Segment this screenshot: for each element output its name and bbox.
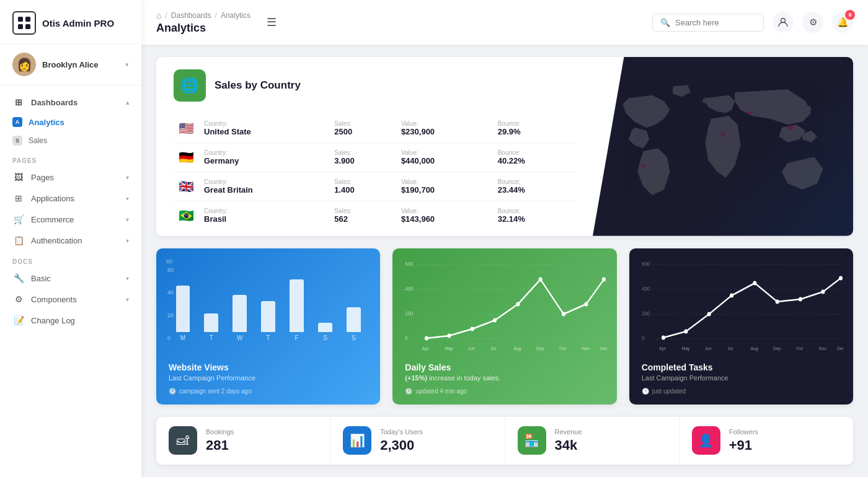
completed-tasks-card: 600 400 200 0 — [629, 248, 853, 405]
search-icon: 🔍 — [660, 18, 670, 27]
sidebar-item-applications[interactable]: ⊞ Applications ▾ — [0, 188, 141, 209]
bar-group: T — [200, 313, 223, 341]
pages-section-label: PAGES — [0, 150, 141, 167]
svg-point-49 — [799, 297, 802, 301]
svg-text:May: May — [681, 345, 689, 351]
logo-area: Otis Admin PRO — [0, 0, 141, 44]
home-icon[interactable]: ⌂ — [156, 11, 161, 20]
bar-label: S — [352, 335, 356, 341]
sidebar-item-changelog[interactable]: 📝 Change Log — [0, 310, 141, 331]
website-views-card: 60 6040200MTWTFSS Website Views Last Cam… — [156, 248, 380, 405]
breadcrumb-dashboards[interactable]: Dashboards — [171, 11, 211, 20]
svg-text:Apr: Apr — [422, 345, 429, 351]
avatar: 👩 — [12, 53, 36, 76]
svg-point-21 — [516, 302, 520, 306]
bar — [290, 279, 304, 332]
country-table: 🇺🇸 Country: United State Sales: 2500 Val… — [174, 114, 575, 230]
stat-label: Bookings — [206, 428, 234, 435]
bar — [176, 286, 190, 332]
stat-item: 🏪 Revenue 34k — [505, 417, 680, 465]
svg-text:Oct: Oct — [796, 345, 804, 351]
basic-label: Basic — [31, 274, 120, 283]
sidebar: Otis Admin PRO 👩 Brooklyn Alice ▾ ⊞ Dash… — [0, 0, 141, 477]
website-views-info: Website Views Last Campaign Performance … — [156, 354, 380, 405]
value-cell: Value: $230,900 — [396, 114, 493, 143]
sidebar-item-basic[interactable]: 🔧 Basic ▾ — [0, 268, 141, 289]
svg-point-46 — [730, 293, 733, 297]
completed-tasks-subtitle: Last Campaign Performance — [642, 374, 841, 382]
sales-dot: S — [12, 136, 22, 146]
completed-tasks-title: Completed Tasks — [642, 362, 841, 372]
analytics-dot: A — [12, 117, 22, 127]
search-input[interactable] — [675, 18, 756, 27]
sidebar-item-authentication[interactable]: 📋 Authentication ▾ — [0, 230, 141, 251]
bar-group: S — [314, 323, 337, 341]
bar — [261, 301, 275, 332]
sidebar-item-components[interactable]: ⚙ Components ▾ — [0, 289, 141, 310]
svg-text:200: 200 — [642, 310, 650, 317]
website-views-footer: 🕐 campaign sent 2 days ago — [169, 388, 368, 395]
bar-group: M — [171, 286, 195, 341]
header-right: 🔍 ⚙ 🔔 9 — [652, 12, 853, 33]
breadcrumb-sep-2: / — [215, 11, 217, 20]
charts-row: 60 6040200MTWTFSS Website Views Last Cam… — [156, 248, 853, 405]
value-cell: Value: $440,000 — [396, 143, 493, 172]
components-icon: ⚙ — [12, 294, 25, 304]
sales-cell: Sales: 2500 — [329, 114, 396, 143]
svg-point-23 — [562, 312, 565, 316]
svg-point-48 — [775, 299, 779, 304]
components-label: Components — [31, 295, 120, 304]
stat-icon: 👤 — [692, 426, 720, 455]
notifications-icon-button[interactable]: 🔔 9 — [832, 12, 853, 33]
bounce-cell: Bounce: 32.14% — [493, 201, 575, 230]
sidebar-item-ecommerce[interactable]: 🛒 Ecommerce ▾ — [0, 209, 141, 230]
daily-sales-pct: (+15%) — [405, 374, 427, 382]
svg-text:Jun: Jun — [704, 345, 711, 351]
svg-rect-0 — [18, 17, 23, 22]
sidebar-item-sales[interactable]: S Sales — [0, 131, 141, 150]
bounce-cell: Bounce: 40.22% — [493, 143, 575, 172]
components-chevron-icon: ▾ — [126, 296, 129, 303]
country-cell: Country: United State — [199, 114, 329, 143]
breadcrumb-section: ⌂ / Dashboards / Analytics Analytics — [156, 11, 250, 35]
stat-text: Followers +91 — [729, 428, 758, 453]
svg-point-25 — [602, 277, 606, 281]
flag-cell: 🇬🇧 — [174, 172, 199, 201]
sales-cell: Sales: 562 — [329, 201, 396, 230]
completed-tasks-footer: 🕐 just updated — [642, 388, 841, 395]
sales-by-country-card: 🌐 Sales by Country 🇺🇸 Country: United St… — [156, 57, 853, 236]
svg-text:Apr: Apr — [659, 345, 666, 351]
svg-text:Oct: Oct — [559, 345, 567, 351]
svg-point-7 — [788, 125, 793, 130]
clock-icon-3: 🕐 — [642, 388, 649, 395]
main-content: ⌂ / Dashboards / Analytics Analytics ☰ 🔍… — [141, 0, 868, 477]
user-icon-button[interactable] — [773, 12, 794, 33]
svg-point-47 — [753, 281, 756, 285]
bar — [347, 307, 361, 332]
sidebar-item-dashboards[interactable]: ⊞ Dashboards ▴ — [0, 92, 141, 113]
svg-text:Sep: Sep — [773, 345, 780, 351]
svg-point-50 — [821, 289, 825, 294]
search-box[interactable]: 🔍 — [652, 14, 764, 32]
settings-icon-button[interactable]: ⚙ — [802, 12, 823, 33]
stat-item: 👤 Followers +91 — [680, 417, 853, 465]
sidebar-item-pages[interactable]: 🖼 Pages ▾ — [0, 167, 141, 188]
sidebar-item-analytics[interactable]: A Analytics — [0, 113, 141, 131]
bar-group: S — [342, 307, 365, 341]
card-title-row: 🌐 Sales by Country — [174, 69, 575, 102]
hamburger-button[interactable]: ☰ — [260, 11, 283, 33]
bar-label: W — [237, 335, 242, 341]
bar-group: T — [257, 301, 280, 341]
svg-text:Jul: Jul — [490, 345, 496, 351]
user-profile[interactable]: 👩 Brooklyn Alice ▾ — [0, 44, 141, 85]
daily-sales-info: Daily Sales (+15%) increase in today sal… — [392, 354, 616, 405]
svg-point-22 — [539, 277, 542, 281]
pages-label: Pages — [31, 173, 120, 182]
daily-sales-sub-suffix: increase in today sales. — [427, 374, 500, 382]
daily-sales-footer: 🕐 updated 4 min ago — [405, 388, 604, 395]
daily-sales-chart: 600 400 200 0 — [392, 248, 616, 354]
logo-text: Otis Admin PRO — [42, 18, 114, 28]
bounce-cell: Bounce: 29.9% — [493, 114, 575, 143]
applications-label: Applications — [31, 194, 120, 203]
bar — [232, 295, 247, 332]
